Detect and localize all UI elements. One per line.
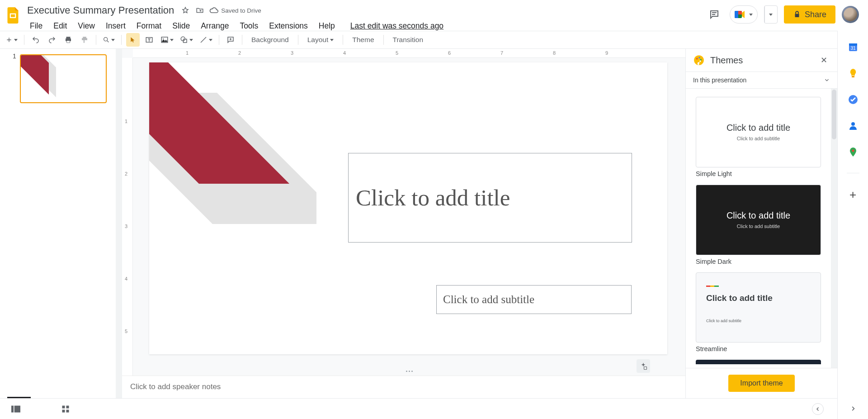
keep-icon[interactable]: [848, 68, 859, 79]
addons-icon[interactable]: +: [849, 189, 856, 200]
theme-card-streamline[interactable]: Click to add title Click to add subtitle: [696, 272, 821, 343]
save-state-text[interactable]: Saved to Drive: [221, 7, 261, 14]
menu-insert[interactable]: Insert: [101, 19, 130, 33]
maps-icon[interactable]: [848, 147, 859, 157]
menu-slide[interactable]: Slide: [168, 19, 194, 33]
shape-tool[interactable]: [178, 33, 195, 47]
import-theme-button[interactable]: Import theme: [728, 375, 794, 392]
menu-format[interactable]: Format: [132, 19, 166, 33]
meet-button[interactable]: [730, 5, 758, 24]
themes-section-toggle[interactable]: In this presentation: [686, 71, 837, 89]
textbox-tool[interactable]: [142, 33, 156, 47]
undo-button[interactable]: [29, 33, 42, 47]
notes-resize-handle[interactable]: [133, 367, 685, 375]
account-avatar[interactable]: [842, 6, 859, 23]
cloud-icon: [209, 6, 218, 15]
zoom-button[interactable]: [101, 33, 117, 47]
transition-button[interactable]: Transition: [388, 36, 428, 44]
menu-file[interactable]: File: [25, 19, 47, 33]
menu-edit[interactable]: Edit: [49, 19, 71, 33]
filmstrip: 1: [0, 49, 116, 398]
palette-icon: [693, 54, 705, 66]
svg-rect-17: [14, 405, 20, 412]
slideshow-dropdown[interactable]: [764, 6, 777, 23]
comments-icon[interactable]: [705, 5, 723, 24]
svg-rect-20: [62, 409, 65, 412]
image-tool[interactable]: [159, 33, 175, 47]
new-slide-button[interactable]: [4, 33, 19, 47]
explore-button[interactable]: [637, 359, 650, 373]
slide-stage[interactable]: Click to add title Click to add subtitle: [149, 62, 667, 354]
svg-rect-25: [852, 76, 854, 77]
collapse-filmstrip-icon[interactable]: [812, 403, 824, 415]
theme-name: Simple Light: [696, 170, 821, 177]
move-icon[interactable]: [195, 5, 205, 15]
comment-tool[interactable]: [224, 33, 237, 47]
chevron-down-icon: [824, 77, 830, 83]
header: Executive Summary Presentation Saved to …: [0, 0, 868, 31]
paint-format-button[interactable]: [78, 33, 91, 47]
canvas: 1 2 3 4 5 6 7 8 9 1 2 3 4 5 Click to add…: [122, 49, 685, 398]
theme-card-simple-light[interactable]: Click to add title Click to add subtitle: [696, 97, 821, 167]
svg-point-27: [851, 122, 855, 126]
svg-rect-21: [66, 409, 69, 412]
last-edit-link[interactable]: Last edit was seconds ago: [346, 19, 448, 33]
svg-rect-1: [11, 14, 15, 17]
svg-point-13: [696, 58, 698, 59]
print-button[interactable]: [61, 33, 75, 47]
svg-rect-16: [11, 405, 14, 412]
menu-bar: File Edit View Insert Format Slide Arran…: [25, 17, 448, 33]
doc-name[interactable]: Executive Summary Presentation: [25, 4, 176, 17]
svg-point-14: [698, 57, 700, 58]
menu-tools[interactable]: Tools: [235, 19, 263, 33]
title-placeholder[interactable]: Click to add title: [348, 153, 632, 243]
menu-arrange[interactable]: Arrange: [196, 19, 233, 33]
tasks-icon[interactable]: [848, 94, 859, 105]
svg-point-28: [852, 150, 854, 152]
chevron-down-icon: [749, 14, 753, 16]
calendar-icon[interactable]: 31: [848, 42, 859, 52]
grid-view-icon[interactable]: [59, 402, 72, 416]
filmstrip-scrollbar[interactable]: [116, 49, 122, 398]
svg-point-15: [700, 59, 702, 60]
menu-view[interactable]: View: [73, 19, 99, 33]
slides-logo-icon[interactable]: [5, 6, 23, 24]
horizontal-ruler[interactable]: 1 2 3 4 5 6 7 8 9: [133, 49, 685, 58]
star-icon[interactable]: [180, 5, 190, 15]
subtitle-placeholder[interactable]: Click to add subtitle: [436, 285, 632, 314]
themes-scrollbar[interactable]: [831, 89, 837, 368]
select-tool[interactable]: [126, 33, 140, 47]
background-button[interactable]: Background: [247, 36, 293, 44]
redo-button[interactable]: [45, 33, 59, 47]
side-rail: 31 +: [837, 31, 868, 419]
filmstrip-view-icon[interactable]: [9, 402, 23, 416]
svg-rect-18: [62, 405, 65, 408]
layout-button[interactable]: Layout: [303, 36, 339, 44]
hide-rail-icon[interactable]: [850, 405, 856, 412]
speaker-notes[interactable]: Click to add speaker notes: [122, 376, 685, 398]
menu-extensions[interactable]: Extensions: [264, 19, 312, 33]
svg-rect-4: [67, 41, 70, 43]
slideshow-button[interactable]: Slideshow: [764, 5, 778, 24]
theme-name: Streamline: [696, 345, 821, 352]
slide-thumbnail[interactable]: [20, 54, 107, 103]
contacts-icon[interactable]: [848, 120, 859, 131]
bottom-bar: [0, 398, 837, 419]
close-icon[interactable]: ✕: [817, 55, 830, 65]
svg-rect-19: [66, 405, 69, 408]
themes-panel: Themes ✕ In this presentation Click to a…: [685, 49, 837, 398]
svg-rect-11: [644, 367, 647, 370]
toolbar: Background Layout Theme Transition: [0, 31, 868, 49]
lock-icon: [793, 10, 801, 19]
theme-button[interactable]: Theme: [348, 36, 378, 44]
svg-point-5: [104, 38, 108, 41]
slide-number: 1: [13, 52, 16, 60]
line-tool[interactable]: [198, 33, 214, 47]
vertical-ruler[interactable]: 1 2 3 4 5: [122, 58, 133, 398]
share-button[interactable]: Share: [784, 5, 835, 24]
menu-help[interactable]: Help: [314, 19, 340, 33]
theme-name: Simple Dark: [696, 258, 821, 265]
themes-title: Themes: [710, 55, 812, 66]
svg-point-8: [163, 38, 164, 39]
theme-card-simple-dark[interactable]: Click to add title Click to add subtitle: [696, 185, 821, 255]
